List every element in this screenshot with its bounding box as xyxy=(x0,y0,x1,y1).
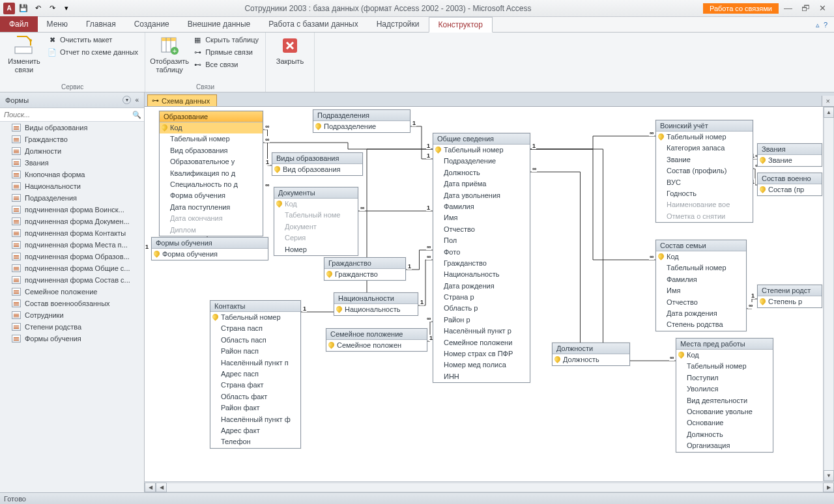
nav-header[interactable]: Формы ▾ « xyxy=(0,92,144,108)
table-field[interactable]: Годность xyxy=(656,188,753,199)
table-zvaniya[interactable]: ЗванияЗвание xyxy=(757,143,822,167)
table-field[interactable]: Семейное положени xyxy=(433,337,530,348)
scroll-right-button[interactable]: ▶ xyxy=(823,483,834,492)
table-field[interactable]: Код xyxy=(676,350,773,361)
table-field[interactable]: Страна р xyxy=(433,292,530,303)
table-field[interactable]: Основание увольне xyxy=(676,406,773,417)
table-header[interactable]: Места пред работы xyxy=(676,339,773,350)
table-field[interactable]: Семейное положен xyxy=(326,340,427,351)
tab-addins[interactable]: Надстройки xyxy=(367,16,429,32)
nav-item[interactable]: подчиненная форма Воинск... xyxy=(0,204,144,216)
table-header[interactable]: Общие сведения xyxy=(433,133,530,145)
table-field[interactable]: Квалификация по д xyxy=(160,168,263,179)
table-header[interactable]: Состав семьи xyxy=(656,240,746,251)
table-header[interactable]: Образование xyxy=(160,111,263,122)
table-field[interactable]: Область р xyxy=(433,303,530,314)
table-header[interactable]: Гражданство xyxy=(324,258,405,269)
table-field[interactable]: Адрес факт xyxy=(210,425,300,436)
table-field[interactable]: Категория запаса xyxy=(656,143,753,154)
table-header[interactable]: Документы xyxy=(274,188,358,199)
table-header[interactable]: Формы обучения xyxy=(152,238,268,249)
doc-tab-schema[interactable]: ⊶ Схема данных xyxy=(147,94,217,106)
table-field[interactable]: Звание xyxy=(758,155,822,166)
table-field[interactable]: Пол xyxy=(433,235,530,246)
nav-item[interactable]: Сотрудники xyxy=(0,309,144,321)
table-sostav_v[interactable]: Состав военноСостав (пр xyxy=(757,173,822,196)
table-field[interactable]: Документ xyxy=(274,221,358,232)
table-header[interactable]: Должности xyxy=(553,343,629,354)
table-field[interactable]: Код xyxy=(160,122,263,133)
minimize-button[interactable]: ― xyxy=(784,3,792,13)
nav-item[interactable]: Гражданство xyxy=(0,133,144,145)
table-field[interactable]: Населённый пункт ф xyxy=(210,414,300,425)
table-sostav_s[interactable]: Состав семьиКодТабельный номерФамилияИмя… xyxy=(655,240,747,331)
table-field[interactable]: Отчество xyxy=(656,297,746,308)
table-field[interactable]: Табельный номе xyxy=(274,210,358,221)
table-sempos[interactable]: Семейное положениеСемейное положен xyxy=(326,328,427,352)
table-field[interactable]: Район пасп xyxy=(210,346,300,357)
table-field[interactable]: Отметка о снятии xyxy=(656,211,753,222)
nav-item[interactable]: подчиненная форма Состав с... xyxy=(0,274,144,286)
table-field[interactable]: Гражданство xyxy=(433,258,530,269)
tab-db-tools[interactable]: Работа с базами данных xyxy=(259,16,367,32)
hide-table-button[interactable]: ▦Скрыть таблицу xyxy=(191,34,260,46)
tab-menu[interactable]: Меню xyxy=(38,16,77,32)
table-mesta[interactable]: Места пред работыКодТабельный номерПосту… xyxy=(676,338,773,453)
table-header[interactable]: Звания xyxy=(758,144,822,155)
relationships-canvas[interactable]: ∞1111∞∞1∞11∞∞1∞11∞∞1∞1∞11∞1∞1∞11 accessm… xyxy=(145,107,834,492)
table-field[interactable]: Наименование вое xyxy=(656,199,753,210)
table-field[interactable]: Табельный номер xyxy=(160,133,263,145)
table-field[interactable]: Национальность xyxy=(334,304,418,315)
table-voin[interactable]: Воинский учётТабельный номерКатегория за… xyxy=(655,120,753,223)
close-button[interactable]: Закрыть xyxy=(271,34,309,67)
table-field[interactable]: Фото xyxy=(433,247,530,258)
table-field[interactable]: Страна пасп xyxy=(210,323,300,334)
table-field[interactable]: Подразделение xyxy=(313,121,410,132)
table-field[interactable]: Дата поступления xyxy=(160,202,263,213)
table-field[interactable]: Фамилия xyxy=(656,274,746,285)
table-field[interactable]: Вид образования xyxy=(160,145,263,156)
table-field[interactable]: Фамилия xyxy=(433,201,530,212)
tab-file[interactable]: Файл xyxy=(0,16,38,32)
nav-item[interactable]: подчиненная форма Образов... xyxy=(0,251,144,262)
table-field[interactable]: Страна факт xyxy=(210,380,300,391)
relationship-report-button[interactable]: 📄Отчет по схеме данных xyxy=(46,46,139,58)
scroll-up-button[interactable]: ▲ xyxy=(824,107,834,118)
table-stepeni[interactable]: Степени родстСтепень р xyxy=(757,285,822,308)
table-field[interactable]: Гражданство xyxy=(324,269,405,280)
scroll-track-h[interactable] xyxy=(167,483,823,492)
nav-item[interactable]: Степени родства xyxy=(0,321,144,333)
nav-item[interactable]: Виды образования xyxy=(0,122,144,133)
table-field[interactable]: Степень родства xyxy=(656,319,746,330)
clear-layout-button[interactable]: ✖Очистить макет xyxy=(46,34,139,46)
table-dokumenty[interactable]: ДокументыКодТабельный номеДокументСерияН… xyxy=(274,187,358,256)
scroll-track-v[interactable] xyxy=(824,118,834,470)
table-field[interactable]: Подразделение xyxy=(433,156,530,167)
nav-dropdown-icon[interactable]: ▾ xyxy=(122,96,131,104)
table-field[interactable]: Код xyxy=(656,251,746,262)
nav-collapse-icon[interactable]: « xyxy=(135,96,139,104)
tab-external-data[interactable]: Внешние данные xyxy=(179,16,260,32)
table-field[interactable]: Специальность по д xyxy=(160,179,263,190)
doc-tab-close-button[interactable]: × xyxy=(822,96,834,106)
table-header[interactable]: Подразделения xyxy=(313,110,410,121)
table-field[interactable]: Область пасп xyxy=(210,335,300,346)
table-field[interactable]: ВУС xyxy=(656,177,753,188)
table-field[interactable]: Форма обучения xyxy=(160,190,263,201)
app-menu-button[interactable]: A xyxy=(3,2,16,15)
table-field[interactable]: Имя xyxy=(656,285,746,296)
table-field[interactable]: Серия xyxy=(274,232,358,244)
table-field[interactable]: Область факт xyxy=(210,391,300,402)
table-field[interactable]: Населённый пункт п xyxy=(210,357,300,369)
table-field[interactable]: Степень р xyxy=(758,296,822,307)
nav-item[interactable]: подчиненная форма Докумен... xyxy=(0,216,144,227)
table-obrazovanie[interactable]: ОбразованиеКодТабельный номерВид образов… xyxy=(159,111,263,236)
horizontal-scrollbar[interactable]: ◀ ◀ ▶ xyxy=(145,481,834,492)
save-button[interactable]: 💾 xyxy=(17,2,30,15)
table-field[interactable]: ИНН xyxy=(433,371,530,382)
table-field[interactable]: Поступил xyxy=(676,372,773,384)
table-obshie[interactable]: Общие сведенияТабельный номерПодразделен… xyxy=(433,133,530,383)
table-field[interactable]: Табельный номер xyxy=(210,312,300,323)
table-field[interactable]: Телефон xyxy=(210,436,300,447)
tab-designer[interactable]: Конструктор xyxy=(429,17,493,33)
